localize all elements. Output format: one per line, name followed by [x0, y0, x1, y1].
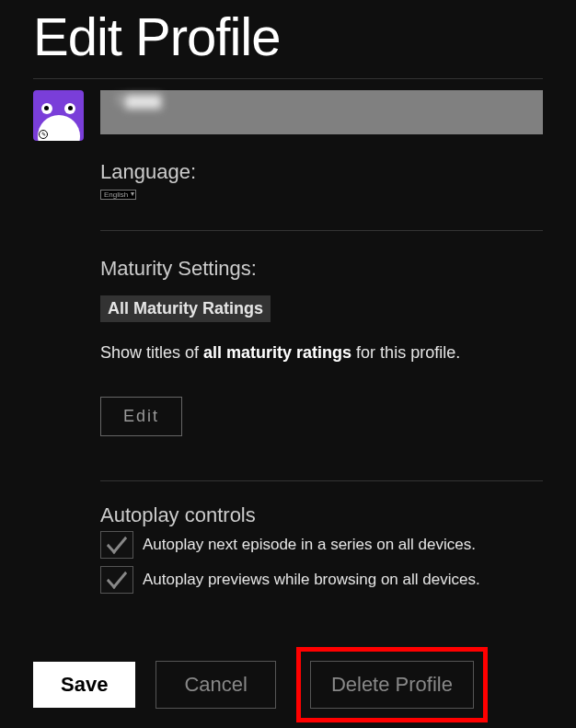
autoplay-previews-text: Autoplay previews while browsing on all …	[143, 571, 480, 589]
maturity-description: Show titles of all maturity ratings for …	[100, 341, 543, 365]
pencil-icon: ✎	[39, 130, 48, 139]
highlight-annotation: Delete Profile	[296, 647, 488, 722]
maturity-label: Maturity Settings:	[100, 257, 543, 281]
save-button[interactable]: Save	[33, 662, 135, 708]
page-title: Edit Profile	[33, 0, 543, 78]
autoplay-label: Autoplay controls	[100, 503, 543, 527]
check-icon	[107, 565, 127, 589]
maturity-rating-badge: All Maturity Ratings	[100, 295, 271, 322]
profile-avatar[interactable]: ✎	[33, 90, 84, 141]
cancel-button[interactable]: Cancel	[156, 661, 275, 709]
profile-name-input[interactable]: I ▆▆▆	[100, 90, 543, 134]
language-select[interactable]: English	[100, 190, 136, 200]
divider-language	[100, 230, 543, 231]
check-icon	[107, 530, 127, 554]
autoplay-next-checkbox[interactable]	[100, 531, 133, 559]
delete-profile-button[interactable]: Delete Profile	[310, 661, 474, 709]
divider-maturity	[100, 480, 543, 481]
autoplay-next-text: Autoplay next episode in a series on all…	[143, 536, 476, 554]
autoplay-previews-checkbox[interactable]	[100, 566, 133, 594]
language-label: Language:	[100, 160, 543, 184]
divider-top	[33, 78, 543, 79]
edit-maturity-button[interactable]: Edit	[100, 397, 182, 436]
